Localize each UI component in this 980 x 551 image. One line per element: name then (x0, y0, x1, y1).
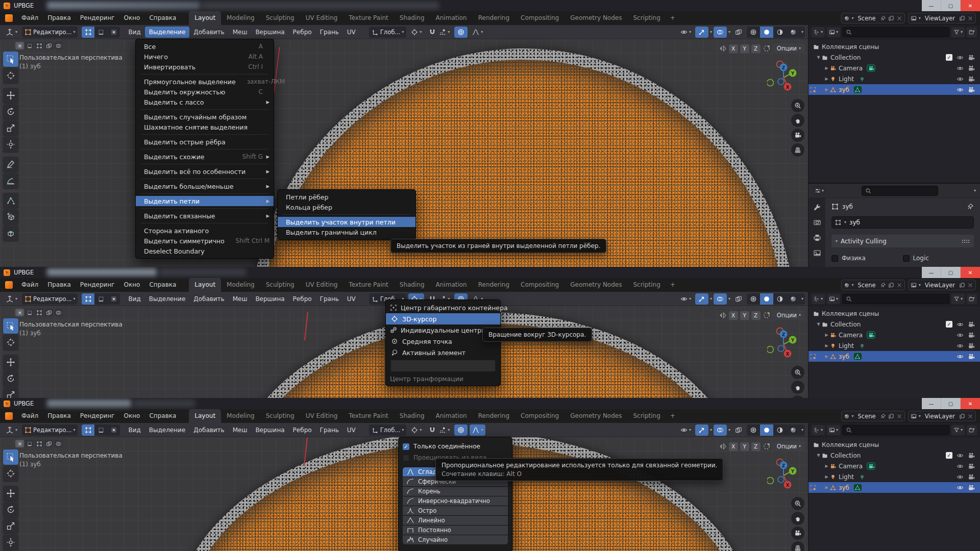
hide-eye-icon[interactable] (957, 54, 964, 61)
expand-icon[interactable]: ▶ (824, 464, 829, 468)
mesh-data-icon[interactable] (853, 86, 862, 93)
menu-help[interactable]: Справка (144, 409, 181, 423)
select-set-option[interactable] (15, 309, 24, 316)
collection-row[interactable]: ▼ Collection ✓ (808, 450, 980, 461)
tab-sculpting[interactable]: Sculpting (260, 11, 300, 25)
new-viewlayer-icon[interactable] (959, 15, 965, 21)
connected-only-checkbox[interactable]: ✓ Только соединённое (403, 441, 508, 452)
camera-row[interactable]: ▶ Camera (808, 461, 980, 471)
proportional-editing-toggle[interactable] (454, 424, 468, 436)
pan-hand-icon[interactable] (791, 114, 804, 127)
hide-eye-icon[interactable] (957, 353, 964, 360)
panel-grip[interactable] (962, 239, 970, 243)
minimize-button[interactable]: — (922, 267, 941, 278)
collection-checkbox[interactable]: ✓ (946, 54, 952, 61)
axis-x-button[interactable]: X (729, 311, 738, 320)
pin-icon[interactable] (880, 413, 886, 419)
menu-edge[interactable]: Ребро (289, 27, 316, 38)
proportional-falloff-selector[interactable]: ▾ (470, 27, 485, 38)
solid-shading-button[interactable] (760, 293, 773, 305)
measure-tool[interactable] (3, 173, 18, 188)
filter-icon[interactable]: ▾ (951, 27, 965, 37)
gizmos-toggle[interactable] (695, 424, 708, 436)
menu-window[interactable]: Окно (119, 409, 145, 423)
pan-hand-icon[interactable] (791, 512, 804, 525)
mode-selector[interactable]: Редактиро...▾ (22, 424, 78, 436)
deselect-boundary[interactable]: Deselect Boundary ▶ (136, 246, 274, 256)
falloff-constant[interactable]: Постоянно (403, 525, 508, 535)
menu-window[interactable]: Окно (119, 11, 145, 25)
gizmos-toggle[interactable] (695, 293, 708, 305)
active-object-row[interactable]: ▶ зуб (808, 84, 980, 95)
hide-eye-icon[interactable] (957, 342, 964, 349)
light-row[interactable]: ▶ Light (808, 471, 980, 482)
add-workspace-button[interactable]: + (666, 11, 679, 25)
select-invert-option[interactable] (44, 440, 53, 447)
viewlayer-tab-icon[interactable] (813, 249, 821, 257)
render-tab-icon[interactable] (813, 218, 821, 227)
tweak-select-tool[interactable] (3, 52, 18, 67)
viewlayer-selector[interactable]: ▾ ViewLayer (908, 411, 976, 421)
menu-edit[interactable]: Правка (43, 278, 76, 292)
tab-rendering[interactable]: Rendering (473, 278, 515, 292)
cursor-tool[interactable] (3, 68, 18, 83)
scene-collection-row[interactable]: Коллекция сцены (808, 41, 980, 52)
face-select-mode-button[interactable] (107, 424, 120, 436)
camera-data-icon[interactable] (867, 64, 875, 72)
disable-render-icon[interactable] (968, 484, 975, 491)
menu-render[interactable]: Рендеринг (76, 409, 119, 423)
tab-scripting[interactable]: Scripting (627, 409, 666, 423)
wireframe-shading-button[interactable] (747, 293, 760, 305)
transform-orientation-selector[interactable]: Глоб...▾ (369, 424, 406, 436)
disable-render-icon[interactable] (968, 54, 975, 61)
menu-select[interactable]: Выделение (145, 293, 189, 305)
menu-select[interactable]: Выделение (145, 424, 189, 436)
solid-shading-button[interactable] (760, 424, 773, 436)
select-extend-option[interactable] (25, 309, 34, 316)
select-invert[interactable]: Инвертировать Ctrl I ▶ (136, 62, 274, 72)
annotate-tool[interactable] (3, 157, 18, 172)
mirror-icon[interactable] (719, 442, 727, 450)
camera-row[interactable]: ▶ Camera (808, 330, 980, 340)
close-button[interactable]: ✕ (961, 267, 980, 278)
camera-data-icon[interactable] (867, 331, 875, 339)
scale-tool[interactable] (3, 120, 18, 136)
menu-file[interactable]: Файл (17, 11, 43, 25)
light-data-icon[interactable] (858, 75, 867, 83)
mode-selector[interactable]: Редактиро...▾ (22, 27, 78, 38)
tab-uv-editing[interactable]: UV Editing (300, 409, 344, 423)
tab-sculpting[interactable]: Sculpting (260, 409, 300, 423)
zoom-icon[interactable] (791, 366, 804, 379)
show-object-types-button[interactable]: ▾ (678, 27, 694, 38)
select-boundary-loop[interactable]: Выделить граничный цикл ▶ (278, 227, 415, 237)
select-invert-option[interactable] (44, 42, 53, 49)
menu-help[interactable]: Справка (144, 11, 181, 25)
tab-shading[interactable]: Shading (394, 409, 430, 423)
tab-uv-editing[interactable]: UV Editing (300, 11, 344, 25)
pivot-active-element[interactable]: Активный элемент (386, 347, 500, 358)
select-subtract-option[interactable] (35, 309, 43, 316)
new-viewlayer-icon[interactable] (959, 413, 965, 419)
transform-tool[interactable] (3, 137, 18, 152)
cursor-tool[interactable] (3, 335, 18, 350)
expand-icon[interactable]: ▶ (824, 333, 829, 337)
collection-checkbox[interactable]: ✓ (946, 452, 952, 459)
light-row[interactable]: ▶ Light (808, 73, 980, 84)
select-set-option[interactable] (15, 42, 24, 49)
remove-viewlayer-icon[interactable] (967, 413, 973, 419)
remove-viewlayer-icon[interactable] (967, 282, 973, 288)
tab-shading[interactable]: Shading (394, 11, 430, 25)
unlink-scene-icon[interactable] (896, 15, 902, 21)
camera-view-icon[interactable] (791, 129, 804, 142)
tab-geometry-nodes[interactable]: Geometry Nodes (565, 409, 627, 423)
maximize-button[interactable]: ▢ (941, 398, 961, 409)
active-object-row[interactable]: ▶ зуб (808, 482, 980, 493)
hide-eye-icon[interactable] (957, 86, 964, 93)
expand-icon[interactable]: ▶ (824, 474, 829, 479)
select-intersect-option[interactable] (54, 309, 63, 316)
tab-modeling[interactable]: Modeling (221, 11, 260, 25)
tab-animation[interactable]: Animation (430, 409, 473, 423)
menu-vertex[interactable]: Вершина (251, 27, 288, 38)
expand-icon[interactable]: ▼ (816, 322, 821, 327)
vertex-select-mode-button[interactable] (82, 27, 94, 38)
